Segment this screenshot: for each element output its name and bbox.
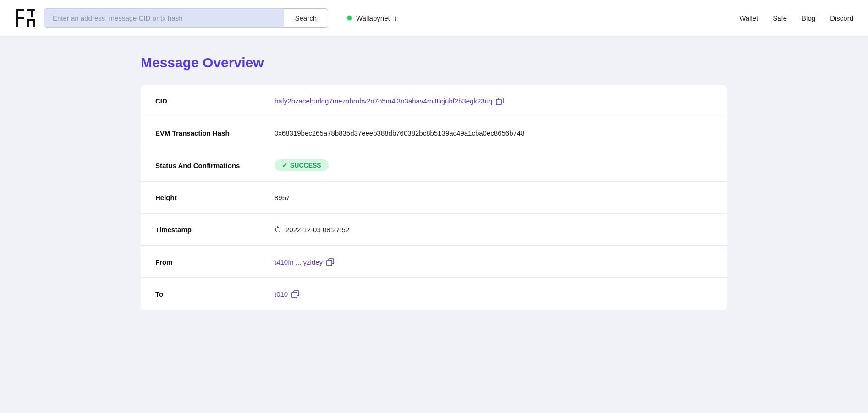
evm-label: EVM Transaction Hash <box>155 129 275 137</box>
timestamp-text: 2022-12-03 08:27:52 <box>286 226 349 234</box>
header: Search Wallabynet ↓ Wallet Safe Blog Dis… <box>0 0 868 37</box>
cid-label: CID <box>155 97 275 105</box>
search-button[interactable]: Search <box>284 8 328 28</box>
cid-text: bafy2bzacebuddg7meznhrobv2n7o5m4i3n3ahav… <box>275 97 492 105</box>
svg-rect-6 <box>27 19 29 27</box>
evm-row: EVM Transaction Hash 0x68319bec265a78b83… <box>141 117 727 149</box>
nav-blog[interactable]: Blog <box>802 14 815 22</box>
svg-rect-8 <box>496 99 501 105</box>
status-badge: ✓ SUCCESS <box>275 159 329 171</box>
svg-rect-2 <box>16 17 24 19</box>
nav-links: Wallet Safe Blog Discord <box>739 14 853 22</box>
search-bar: Search <box>44 8 328 28</box>
detail-table: CID bafy2bzacebuddg7meznhrobv2n7o5m4i3n3… <box>141 85 727 310</box>
to-text: t010 <box>275 290 288 298</box>
height-value: 8957 <box>275 194 290 201</box>
svg-rect-4 <box>31 9 33 17</box>
network-name: Wallabynet <box>356 14 390 22</box>
svg-rect-9 <box>327 260 332 266</box>
timestamp-row: Timestamp ⏱ 2022-12-03 08:27:52 <box>141 214 727 246</box>
timestamp-label: Timestamp <box>155 226 275 234</box>
from-label: From <box>155 258 275 266</box>
logo-icon <box>15 7 37 29</box>
from-value[interactable]: t410fn ... yzldey <box>275 258 335 266</box>
to-value[interactable]: t010 <box>275 290 300 298</box>
status-label: Status And Confirmations <box>155 162 275 169</box>
svg-rect-10 <box>292 292 297 298</box>
status-text: SUCCESS <box>290 162 321 169</box>
to-label: To <box>155 290 275 298</box>
height-label: Height <box>155 194 275 201</box>
search-input[interactable] <box>44 8 284 28</box>
cid-copy-icon[interactable] <box>496 97 504 105</box>
from-copy-icon[interactable] <box>326 258 335 266</box>
clock-icon: ⏱ <box>275 226 282 234</box>
main-content: Message Overview CID bafy2bzacebuddg7mez… <box>113 37 755 328</box>
nav-safe[interactable]: Safe <box>773 14 787 22</box>
network-indicator[interactable]: Wallabynet ↓ <box>346 14 397 22</box>
nav-discord[interactable]: Discord <box>830 14 853 22</box>
from-row: From t410fn ... yzldey <box>141 246 727 278</box>
from-text: t410fn ... yzldey <box>275 258 323 266</box>
to-copy-icon[interactable] <box>291 290 300 298</box>
evm-value: 0x68319bec265a78b835d37eeeb388db760382bc… <box>275 129 525 137</box>
to-row: To t010 <box>141 278 727 310</box>
network-arrow: ↓ <box>394 14 397 22</box>
nav-wallet[interactable]: Wallet <box>739 14 758 22</box>
status-value: ✓ SUCCESS <box>275 159 329 171</box>
status-row: Status And Confirmations ✓ SUCCESS <box>141 149 727 182</box>
timestamp-value: ⏱ 2022-12-03 08:27:52 <box>275 226 349 234</box>
height-row: Height 8957 <box>141 182 727 214</box>
page-title: Message Overview <box>141 55 727 71</box>
check-icon: ✓ <box>282 162 287 169</box>
network-status-dot <box>346 15 352 21</box>
cid-row: CID bafy2bzacebuddg7meznhrobv2n7o5m4i3n3… <box>141 85 727 117</box>
cid-value[interactable]: bafy2bzacebuddg7meznhrobv2n7o5m4i3n3ahav… <box>275 97 504 105</box>
svg-rect-7 <box>33 19 35 27</box>
